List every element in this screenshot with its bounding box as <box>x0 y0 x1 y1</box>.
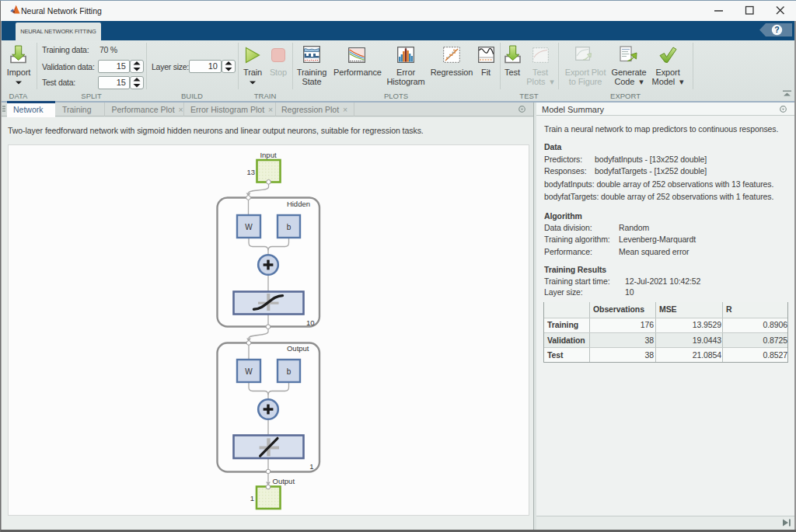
svg-text:Hidden: Hidden <box>287 200 310 208</box>
svg-text:1: 1 <box>250 494 254 502</box>
svg-text:W: W <box>245 223 253 231</box>
svg-text:1: 1 <box>309 462 313 471</box>
svg-text:b: b <box>287 367 292 376</box>
svg-text:10: 10 <box>306 318 315 327</box>
svg-text:W: W <box>245 367 253 376</box>
svg-text:13: 13 <box>246 168 255 176</box>
svg-text:b: b <box>287 223 292 231</box>
svg-text:Output: Output <box>287 344 309 353</box>
svg-text:Output: Output <box>273 477 295 485</box>
svg-text:?: ? <box>774 25 779 34</box>
svg-text:Input: Input <box>260 151 276 159</box>
